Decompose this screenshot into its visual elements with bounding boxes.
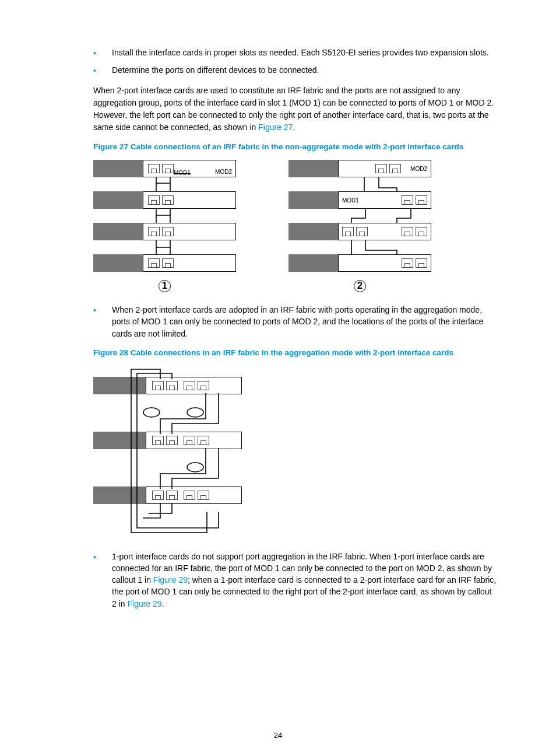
device-row — [93, 432, 242, 449]
port-pair — [148, 164, 174, 173]
mod1-label: MOD1 — [342, 197, 359, 204]
bullet-item: Determine the ports on different devices… — [93, 64, 498, 76]
port-icon — [389, 164, 401, 173]
bullet-item: 1-port interface cards do not support po… — [93, 551, 498, 610]
paragraph-text-end: . — [293, 123, 295, 132]
device-row: MOD2 — [288, 160, 431, 177]
device-light-section — [143, 191, 236, 209]
figure-27-link[interactable]: Figure 27 — [258, 123, 293, 132]
device-light-section — [143, 254, 236, 272]
device-row: MOD1 — [288, 191, 431, 209]
port-pair — [184, 436, 209, 445]
device-row — [93, 191, 236, 209]
device-dark-section — [93, 254, 143, 272]
port-icon — [152, 436, 164, 445]
figure-29-link[interactable]: Figure 29 — [127, 599, 161, 608]
device-row — [93, 487, 242, 504]
port-icon — [166, 381, 178, 390]
device-light-section: MOD2 — [338, 160, 431, 177]
port-pair — [148, 227, 174, 236]
port-icon — [162, 258, 174, 268]
device-light-section: MOD1 — [338, 191, 431, 209]
device-light-section — [338, 254, 431, 272]
port-icon — [162, 164, 174, 173]
port-icon — [184, 436, 195, 445]
figure-27-stack-1: MOD1 MOD2 — [93, 160, 236, 292]
port-icon — [162, 195, 174, 205]
port-icon — [198, 436, 209, 445]
port-icon — [198, 381, 209, 390]
device-light-section: MOD1 MOD2 — [143, 160, 236, 177]
port-pair — [402, 195, 427, 205]
page-number: 24 — [0, 731, 556, 740]
figure-27-caption: Figure 27 Cable connections of an IRF fa… — [93, 142, 498, 152]
figure-27-stack-2: MOD2 MOD1 — [288, 160, 431, 292]
port-icon — [356, 227, 368, 236]
top-bullet-list: Install the interface cards in proper sl… — [93, 47, 498, 76]
device-light-section — [146, 487, 242, 504]
device-dark-section — [93, 223, 143, 240]
device-row: MOD1 MOD2 — [93, 160, 236, 177]
device-dark-section — [93, 191, 143, 209]
figure-29-link[interactable]: Figure 29 — [153, 575, 188, 584]
callout-2-label: 2 — [288, 280, 431, 292]
device-dark-section — [288, 160, 338, 177]
port-pair — [152, 381, 178, 390]
intro-paragraph: When 2-port interface cards are used to … — [93, 85, 498, 134]
port-pair — [148, 258, 174, 268]
port-icon — [184, 381, 195, 390]
port-icon — [416, 258, 427, 268]
port-icon — [402, 195, 413, 205]
paragraph-text-end: . — [162, 599, 164, 608]
device-light-section — [338, 223, 431, 240]
port-icon — [148, 258, 160, 268]
device-row — [93, 223, 236, 240]
port-pair — [152, 491, 178, 500]
device-row — [93, 377, 242, 394]
figure-28-caption: Figure 28 Cable connections in an IRF fa… — [93, 348, 498, 358]
port-icon — [375, 164, 387, 173]
port-icon — [402, 227, 413, 236]
port-pair — [148, 195, 174, 205]
port-icon — [416, 195, 427, 205]
port-icon — [184, 491, 195, 500]
port-icon — [148, 195, 160, 205]
figure-27: MOD1 MOD2 — [93, 160, 498, 292]
port-icon — [198, 491, 209, 500]
device-dark-section — [288, 254, 338, 272]
bottom-bullet-list: 1-port interface cards do not support po… — [93, 551, 498, 610]
port-icon — [166, 491, 178, 500]
port-icon — [166, 436, 178, 445]
callout-1-label: 1 — [93, 280, 236, 292]
port-icon — [152, 491, 164, 500]
device-dark-section — [93, 487, 146, 504]
bullet-item: When 2-port interface cards are adopted … — [93, 304, 498, 340]
device-dark-section — [288, 223, 338, 240]
device-row — [93, 254, 236, 272]
port-pair — [402, 227, 427, 236]
mod2-label: MOD2 — [215, 169, 232, 175]
device-dark-section — [288, 191, 338, 209]
device-dark-section — [93, 160, 143, 177]
port-icon — [162, 227, 174, 236]
device-dark-section — [93, 377, 146, 394]
bullet-item: Install the interface cards in proper sl… — [93, 47, 498, 58]
port-icon — [148, 164, 160, 173]
device-row — [288, 223, 431, 240]
mod1-strike-label: MOD1 — [174, 170, 191, 176]
port-pair — [402, 258, 427, 268]
device-row — [288, 254, 431, 272]
port-pair — [184, 491, 209, 500]
port-icon — [402, 258, 413, 268]
port-pair — [152, 436, 178, 445]
port-icon — [152, 381, 164, 390]
port-pair — [184, 381, 209, 390]
port-icon — [148, 227, 160, 236]
port-pair — [342, 227, 368, 236]
port-icon — [342, 227, 354, 236]
port-pair — [375, 164, 401, 173]
figure-28 — [93, 366, 242, 527]
port-icon — [416, 227, 427, 236]
device-dark-section — [93, 432, 146, 449]
mod2-label: MOD2 — [410, 166, 427, 172]
